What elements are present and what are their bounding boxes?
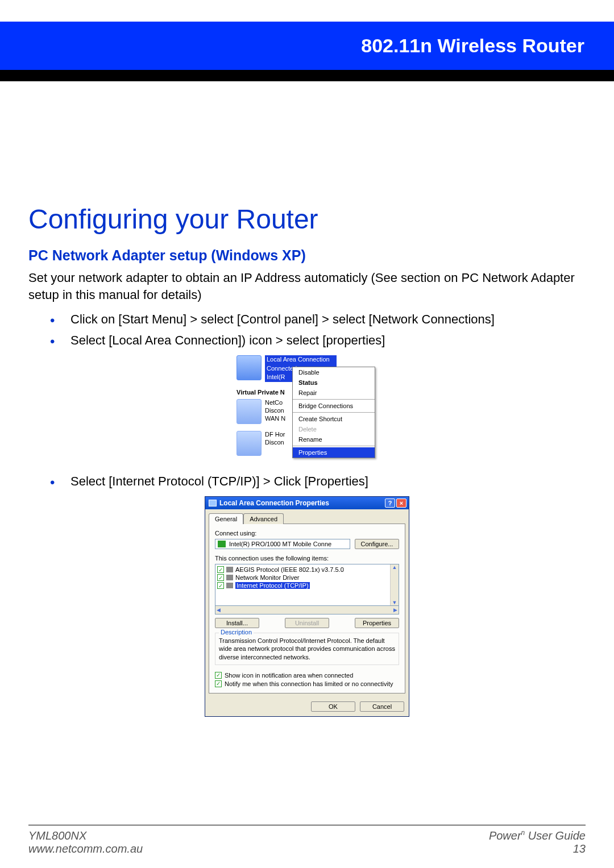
vertical-scrollbar[interactable]: ▲▼ (390, 564, 399, 605)
protocol-listbox[interactable]: ✓ AEGIS Protocol (IEEE 802.1x) v3.7.5.0 … (215, 564, 399, 606)
menu-item-disable[interactable]: Disable (293, 367, 375, 377)
menu-item-rename[interactable]: Rename (293, 434, 375, 445)
protocol-label: AEGIS Protocol (IEEE 802.1x) v3.7.5.0 (235, 566, 344, 573)
tab-panel: Connect using: Intel(R) PRO/1000 MT Mobi… (209, 524, 405, 693)
footer-brand: Power (489, 829, 521, 842)
conn-label: Discon (265, 407, 285, 415)
checkbox-icon[interactable]: ✓ (217, 582, 224, 589)
footer-model: YML800NX (28, 829, 143, 842)
network-connection-icon (237, 399, 262, 424)
checkbox-icon[interactable]: ✓ (215, 672, 222, 679)
list-item[interactable]: ✓ Internet Protocol (TCP/IP) (217, 582, 389, 589)
ok-button[interactable]: OK (311, 701, 355, 712)
protocol-label: Network Monitor Driver (235, 574, 299, 581)
footer-left: YML800NX www.netcomm.com.au (28, 829, 143, 855)
checkbox-row[interactable]: ✓ Notify me when this connection has lim… (215, 680, 399, 687)
close-button[interactable]: × (396, 499, 406, 508)
protocol-icon (226, 583, 233, 588)
context-menu: Disable Status Repair Bridge Connections… (292, 367, 375, 458)
protocol-icon (226, 575, 233, 580)
instruction-list-2: Select [Internet Protocol (TCP/IP)] > Cl… (50, 473, 586, 491)
uninstall-button: Uninstall (285, 618, 329, 628)
footer-url: www.netcomm.com.au (28, 842, 143, 855)
figure-2-wrap: Local Area Connection Properties ? × Gen… (28, 496, 586, 717)
lac-properties-dialog: Local Area Connection Properties ? × Gen… (205, 496, 409, 717)
dialog-button-bar: OK Cancel (205, 697, 409, 716)
scroll-down-icon[interactable]: ▼ (392, 600, 397, 605)
items-label: This connection uses the following items… (215, 555, 399, 562)
menu-item-delete: Delete (293, 424, 375, 434)
menu-item-properties[interactable]: Properties (293, 447, 375, 458)
description-text: Transmission Control Protocol/Internet P… (219, 637, 395, 661)
menu-separator (293, 412, 375, 413)
footer-guide: User Guide (525, 829, 586, 842)
menu-separator (293, 399, 375, 400)
footer-guide-line: Powern User Guide (489, 829, 586, 842)
conn-label: NetCo (265, 399, 285, 407)
help-button[interactable]: ? (385, 499, 395, 508)
menu-item-status[interactable]: Status (293, 377, 375, 388)
menu-item-repair[interactable]: Repair (293, 388, 375, 398)
page-title: Configuring your Router (28, 203, 586, 235)
checkbox-icon[interactable]: ✓ (217, 566, 224, 573)
tab-advanced[interactable]: Advanced (243, 513, 284, 524)
tab-strip: General Advanced (205, 509, 409, 524)
scroll-up-icon[interactable]: ▲ (392, 564, 397, 570)
scroll-right-icon[interactable]: ▶ (393, 607, 397, 613)
instruction-item: Select [Internet Protocol (TCP/IP)] > Cl… (50, 473, 586, 491)
adapter-field: Intel(R) PRO/1000 MT Mobile Conne (215, 539, 350, 549)
checkbox-label: Show icon in notification area when conn… (225, 672, 353, 679)
instruction-item: Select [Local Area Connection]) icon > s… (50, 332, 586, 350)
protocol-icon (226, 567, 233, 572)
menu-separator (293, 446, 375, 446)
header-blue-bar: 802.11n Wireless Router (0, 22, 614, 70)
description-groupbox: Description Transmission Control Protoco… (215, 633, 399, 665)
network-connection-icon (237, 431, 262, 456)
conn-label: WAN N (265, 415, 285, 423)
product-line: 802.11n Wireless Router (361, 35, 584, 57)
checkbox-row[interactable]: ✓ Show icon in notification area when co… (215, 672, 399, 679)
scroll-left-icon[interactable]: ◀ (217, 607, 221, 613)
conn-label: DF Hor (265, 431, 285, 439)
properties-button[interactable]: Properties (355, 618, 399, 628)
footer-right: Powern User Guide 13 (489, 829, 586, 855)
section-heading: PC Network Adapter setup (Windows XP) (28, 247, 586, 264)
protocol-label-selected: Internet Protocol (TCP/IP) (235, 582, 310, 589)
network-connection-icon (237, 355, 262, 380)
dialog-icon (209, 500, 217, 506)
checkbox-icon[interactable]: ✓ (217, 574, 224, 581)
lac-title-line: Local Area Connection (265, 355, 337, 364)
nic-icon (218, 541, 226, 547)
menu-item-bridge[interactable]: Bridge Connections (293, 401, 375, 411)
instruction-item: Click on [Start Menu] > select [Control … (50, 311, 586, 329)
cancel-button[interactable]: Cancel (360, 701, 404, 712)
figure-1-wrap: Local Area Connection Connected Intel(R … (28, 355, 586, 463)
list-item[interactable]: ✓ AEGIS Protocol (IEEE 802.1x) v3.7.5.0 (217, 566, 389, 573)
checkbox-label: Notify me when this connection has limit… (225, 680, 393, 687)
adapter-name: Intel(R) PRO/1000 MT Mobile Conne (229, 541, 331, 547)
page-number: 13 (489, 842, 586, 855)
conn-label: Discon (265, 439, 285, 447)
intro-paragraph: Set your network adapter to obtain an IP… (28, 269, 586, 303)
connect-using-label: Connect using: (215, 530, 399, 537)
dialog-titlebar: Local Area Connection Properties ? × (205, 497, 409, 509)
list-item[interactable]: ✓ Network Monitor Driver (217, 574, 389, 581)
tab-general[interactable]: General (209, 513, 243, 524)
checkbox-icon[interactable]: ✓ (215, 680, 222, 687)
configure-button[interactable]: Configure... (355, 539, 399, 549)
page-content: Configuring your Router PC Network Adapt… (28, 203, 586, 727)
dialog-title: Local Area Connection Properties (219, 499, 329, 507)
page-footer: YML800NX www.netcomm.com.au Powern User … (28, 825, 586, 855)
install-button[interactable]: Install... (215, 618, 259, 628)
context-menu-screenshot: Local Area Connection Connected Intel(R … (237, 355, 377, 463)
description-legend: Description (219, 629, 254, 636)
menu-item-shortcut[interactable]: Create Shortcut (293, 414, 375, 424)
horizontal-scrollbar[interactable]: ◀▶ (215, 606, 399, 614)
instruction-list-1: Click on [Start Menu] > select [Control … (50, 311, 586, 350)
